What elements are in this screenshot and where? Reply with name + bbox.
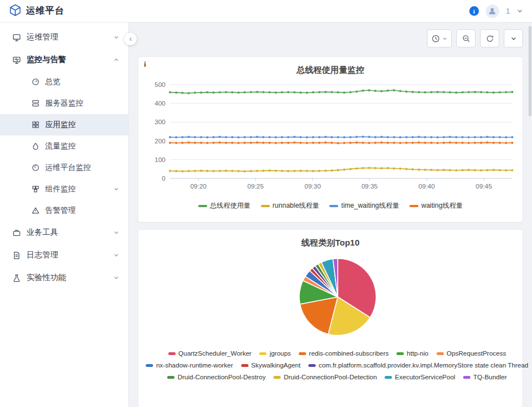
sidebar-item-traffic-monitoring[interactable]: 流量监控	[0, 135, 128, 157]
avatar[interactable]	[486, 5, 499, 18]
sidebar-item-ops-management[interactable]: 运维管理	[0, 26, 128, 49]
alert-monitor-icon	[12, 56, 21, 64]
sidebar-item-label: 服务器监控	[45, 98, 119, 108]
user-count: 1	[506, 7, 510, 15]
legend-item[interactable]: jgroups	[259, 350, 291, 357]
info-circle-icon[interactable]: i	[469, 6, 479, 16]
cube-logo-icon	[9, 4, 21, 19]
legend-marker	[261, 205, 270, 207]
legend-marker	[273, 376, 281, 379]
legend-item[interactable]: Druid-ConnectionPool-Detection	[273, 374, 377, 380]
legend-marker	[308, 364, 316, 367]
sidebar: 运维管理 监控与告警 总览 服务器监控	[0, 23, 129, 407]
sidebar-item-component-monitoring[interactable]: 组件监控	[0, 178, 128, 200]
sidebar-item-monitoring-alerts[interactable]: 监控与告警	[0, 49, 128, 71]
legend-item[interactable]: 总线程使用量	[198, 201, 251, 211]
sidebar-item-alert-management[interactable]: 告警管理	[0, 200, 128, 221]
briefcase-icon	[12, 229, 21, 237]
scrollbar[interactable]	[529, 26, 531, 116]
legend-item[interactable]: com.fr.platform.scaffold.provider.kv.imp…	[308, 362, 528, 369]
sidebar-item-label: 实验性功能	[27, 273, 114, 283]
svg-text:09:45: 09:45	[476, 183, 492, 190]
app-title: 运维平台	[26, 5, 64, 17]
app-logo[interactable]: 运维平台	[9, 4, 64, 19]
chevron-down-icon	[114, 186, 119, 192]
legend-item[interactable]: nx-shadow-runtime-worker	[146, 362, 233, 369]
svg-text:500: 500	[155, 81, 165, 88]
legend-marker	[409, 205, 418, 207]
legend-label: redis-combined-subscribers	[309, 350, 389, 357]
legend-label: 总线程使用量	[210, 201, 251, 211]
server-icon	[32, 99, 40, 107]
legend-label: com.fr.platform.scaffold.provider.kv.imp…	[319, 362, 528, 369]
legend-label: OpsRequestProcess	[447, 350, 506, 357]
legend-marker	[463, 376, 470, 379]
info-icon[interactable]: i	[144, 60, 146, 69]
sidebar-item-experimental-features[interactable]: 实验性功能	[0, 266, 128, 289]
legend-marker	[167, 376, 175, 379]
sidebar-item-label: 流量监控	[45, 141, 119, 151]
chevron-down-icon	[114, 275, 119, 281]
legend-item[interactable]: OpsRequestProcess	[437, 350, 506, 357]
legend-label: time_waiting线程量	[341, 201, 399, 211]
sidebar-item-business-tools[interactable]: 业务工具	[0, 221, 128, 244]
legend-item[interactable]: runnable线程量	[261, 201, 320, 211]
droplet-icon	[32, 142, 40, 150]
legend-label: TQ-Bundler	[473, 374, 507, 380]
legend-item[interactable]: SkywalkingAgent	[241, 362, 301, 369]
legend-item[interactable]: Druid-ConnectionPool-Destroy	[167, 374, 265, 380]
clock-icon	[431, 34, 440, 43]
user-icon	[488, 7, 496, 15]
legend-label: Druid-ConnectionPool-Detection	[284, 374, 377, 380]
line-chart[interactable]: 010020030040050009:2009:2509:3009:3509:4…	[145, 78, 517, 198]
legend-label: SkywalkingAgent	[251, 362, 301, 369]
monitor-icon	[12, 33, 21, 42]
thread-category-card: 线程类别Top10 QuartzScheduler_Worker jgroups…	[138, 229, 523, 407]
sidebar-item-server-monitoring[interactable]: 服务器监控	[0, 93, 128, 114]
legend-marker	[385, 376, 392, 379]
chevron-up-icon	[114, 57, 119, 63]
components-icon	[32, 185, 40, 193]
legend-marker	[437, 352, 444, 355]
chevron-down-icon[interactable]	[517, 8, 523, 14]
sidebar-item-label: 告警管理	[45, 205, 119, 216]
svg-text:200: 200	[155, 138, 165, 145]
sidebar-item-overview[interactable]: 总览	[0, 71, 128, 93]
legend-item[interactable]: time_waiting线程量	[329, 201, 399, 211]
zoom-out-button[interactable]	[456, 29, 476, 47]
legend-item[interactable]: TQ-Bundler	[463, 374, 507, 380]
more-options-button[interactable]	[504, 29, 523, 47]
sidebar-collapse-button[interactable]	[124, 33, 137, 45]
legend-marker	[259, 352, 267, 355]
chart-toolbar	[138, 29, 523, 47]
legend-item[interactable]: waiting线程量	[409, 201, 463, 211]
legend-item[interactable]: redis-combined-subscribers	[299, 350, 389, 357]
sidebar-item-label: 应用监控	[45, 120, 119, 130]
sidebar-item-platform-monitoring[interactable]: 运维平台监控	[0, 157, 128, 178]
sidebar-item-label: 运维平台监控	[45, 163, 119, 173]
pie-chart-legend: QuartzScheduler_Worker jgroups redis-com…	[145, 350, 529, 380]
main-content: i 总线程使用量监控 010020030040050009:2009:2509:…	[129, 23, 532, 407]
refresh-button[interactable]	[480, 29, 499, 47]
chevron-down-icon	[442, 36, 447, 41]
overview-icon	[32, 78, 40, 86]
sidebar-item-app-monitoring[interactable]: 应用监控	[0, 114, 128, 135]
svg-text:0: 0	[162, 175, 165, 182]
legend-label: jgroups	[269, 350, 291, 357]
time-range-button[interactable]	[427, 29, 452, 47]
pie-chart[interactable]	[145, 251, 516, 342]
legend-item[interactable]: ExecutorServicePool	[385, 374, 455, 380]
app-header: 运维平台 i 1	[0, 0, 532, 23]
sidebar-item-label: 业务工具	[27, 227, 114, 238]
legend-label: runnable线程量	[273, 201, 320, 211]
chevron-left-icon	[128, 37, 133, 42]
svg-text:09:25: 09:25	[247, 183, 264, 190]
sidebar-item-log-management[interactable]: 日志管理	[0, 244, 128, 266]
legend-item[interactable]: QuartzScheduler_Worker	[168, 350, 252, 357]
legend-item[interactable]: http-nio	[396, 350, 428, 357]
svg-text:400: 400	[155, 100, 165, 107]
legend-label: nx-shadow-runtime-worker	[156, 362, 233, 369]
sidebar-item-label: 组件监控	[45, 184, 114, 194]
refresh-icon	[486, 34, 494, 43]
sidebar-item-label: 监控与告警	[27, 55, 114, 65]
